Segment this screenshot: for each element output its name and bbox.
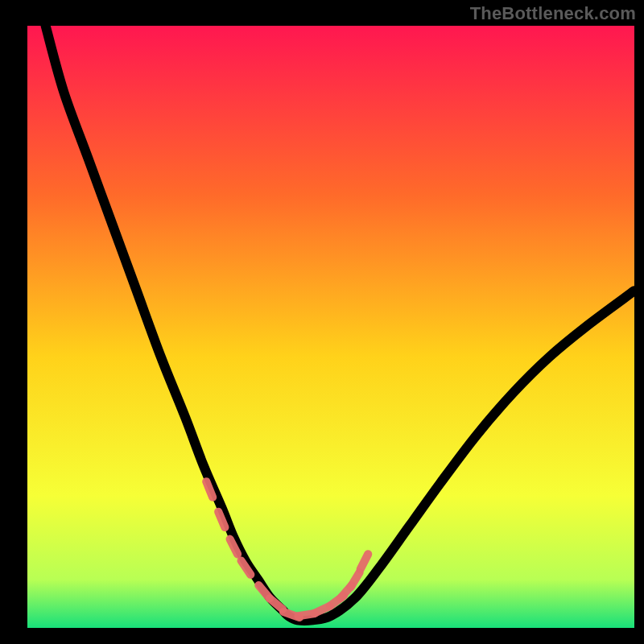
plot-area [27,26,634,628]
chart-frame: TheBottleneck.com [0,0,644,644]
chart-svg [27,26,634,628]
watermark-text: TheBottleneck.com [470,3,636,24]
gradient-background [27,26,634,628]
